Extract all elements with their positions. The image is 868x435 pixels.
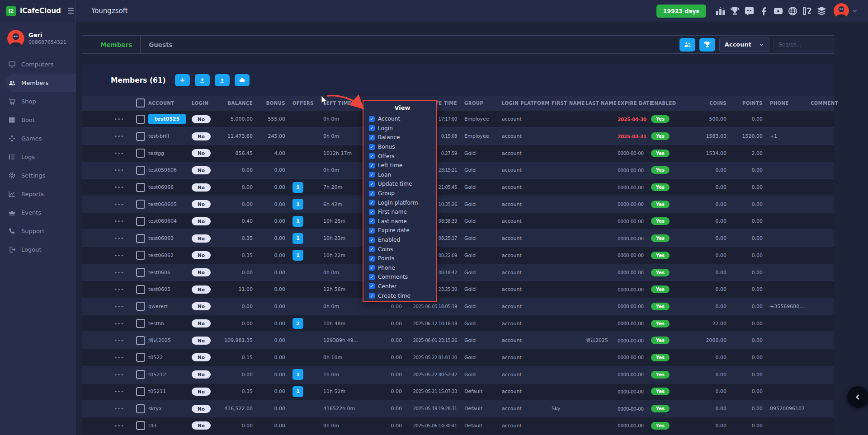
row-checkbox[interactable] [136,132,145,141]
checked-checkbox-icon[interactable]: ✓ [369,163,375,168]
checked-checkbox-icon[interactable]: ✓ [369,283,375,289]
youtube-icon[interactable] [773,6,783,16]
row-checkbox[interactable] [136,404,145,413]
import-button[interactable] [195,74,210,86]
row-actions-button[interactable]: ••• [114,219,124,224]
row-checkbox[interactable] [136,149,145,158]
row-actions-button[interactable]: ••• [114,253,124,258]
row-actions-button[interactable]: ••• [114,355,124,360]
row-checkbox[interactable] [136,302,145,311]
checked-checkbox-icon[interactable]: ✓ [369,116,375,122]
facebook-icon[interactable] [759,6,769,16]
row-checkbox[interactable] [136,285,145,294]
checked-checkbox-icon[interactable]: ✓ [369,144,375,150]
chevron-down-icon[interactable] [852,8,858,14]
row-checkbox[interactable] [136,336,145,345]
row-actions-button[interactable]: ••• [114,389,124,394]
row-checkbox[interactable] [136,387,145,396]
checked-checkbox-icon[interactable]: ✓ [369,181,375,187]
days-remaining-badge[interactable]: 19923 days [656,5,706,18]
checked-checkbox-icon[interactable]: ✓ [369,274,375,280]
row-actions-button[interactable]: ••• [114,117,124,122]
discord-icon[interactable] [744,6,755,16]
view-option-login-platform[interactable]: ✓Login platform [369,198,436,207]
row-actions-button[interactable]: ••• [114,168,124,173]
row-checkbox[interactable] [136,251,145,260]
export-button[interactable] [215,74,230,86]
tab-guests[interactable]: Guests [141,41,180,48]
view-option-last-name[interactable]: ✓Last name [369,217,436,226]
sidebar-item-reports[interactable]: Reports [0,185,76,203]
members-filter-button[interactable] [679,38,695,51]
row-actions-button[interactable]: ••• [114,151,124,156]
checked-checkbox-icon[interactable]: ✓ [369,153,375,159]
view-option-coins[interactable]: ✓Coins [369,244,436,254]
scroll-left-button[interactable] [847,386,868,408]
row-checkbox[interactable] [136,319,145,328]
row-actions-button[interactable]: ••• [114,236,124,241]
row-actions-button[interactable]: ••• [114,202,124,207]
row-checkbox[interactable] [136,183,145,192]
view-option-group[interactable]: ✓Group [369,189,436,198]
ranking-icon[interactable] [715,6,726,16]
checked-checkbox-icon[interactable]: ✓ [369,125,375,131]
view-option-login[interactable]: ✓Login [369,124,436,133]
view-option-update-time[interactable]: ✓Update time [369,179,436,189]
sidebar-item-computers[interactable]: Computers [0,55,76,74]
view-option-offers[interactable]: ✓Offers [369,151,436,161]
checked-checkbox-icon[interactable]: ✓ [369,200,375,206]
trophy-icon[interactable] [730,6,740,16]
layers-icon[interactable] [816,6,827,16]
sidebar-user[interactable]: Geri 008687654321 [0,22,76,53]
row-actions-button[interactable]: ••• [114,271,124,275]
checked-checkbox-icon[interactable]: ✓ [369,246,375,252]
checked-checkbox-icon[interactable]: ✓ [369,172,375,178]
row-actions-button[interactable]: ••• [114,304,124,309]
row-actions-button[interactable]: ••• [114,424,124,428]
row-actions-button[interactable]: ••• [114,373,124,377]
checked-checkbox-icon[interactable]: ✓ [369,191,375,196]
group-filter-button[interactable] [699,38,715,51]
column-header-check[interactable] [132,96,145,111]
row-checkbox[interactable] [136,268,145,277]
view-option-loan[interactable]: ✓Loan [369,170,436,180]
icafecloud-icon[interactable] [802,6,812,16]
row-checkbox[interactable] [136,115,145,124]
row-checkbox[interactable] [136,234,145,243]
row-checkbox[interactable] [136,421,145,430]
view-option-create-time[interactable]: ✓Create time [369,291,436,300]
row-actions-button[interactable]: ••• [114,134,124,139]
checked-checkbox-icon[interactable]: ✓ [369,256,375,262]
row-checkbox[interactable] [136,200,145,209]
view-option-first-name[interactable]: ✓First name [369,207,436,217]
checked-checkbox-icon[interactable]: ✓ [369,237,375,243]
row-checkbox[interactable] [136,217,145,226]
view-option-comments[interactable]: ✓Comments [369,272,436,282]
view-option-phone[interactable]: ✓Phone [369,263,436,273]
row-actions-button[interactable]: ••• [114,185,124,190]
sidebar-item-logs[interactable]: Logs [0,148,76,166]
checked-checkbox-icon[interactable]: ✓ [369,228,375,234]
tab-members[interactable]: Members [92,41,140,48]
hamburger-menu-icon[interactable]: ☰ [67,6,74,15]
sidebar-item-boot[interactable]: Boot [0,111,76,129]
view-option-account[interactable]: ✓Account [369,114,436,124]
globe-icon[interactable] [788,6,798,16]
view-option-enabled[interactable]: ✓Enabled [369,235,436,245]
view-option-bonus[interactable]: ✓Bonus [369,142,436,152]
sidebar-item-games[interactable]: Games [0,129,76,148]
view-option-center[interactable]: ✓Center [369,282,436,291]
cloud-sync-button[interactable] [235,74,250,86]
add-member-button[interactable] [175,74,190,86]
sidebar-item-shop[interactable]: Shop [0,92,76,111]
sidebar-item-members[interactable]: Members [5,74,76,92]
view-option-left-time[interactable]: ✓Left time [369,161,436,170]
row-checkbox[interactable] [136,166,145,175]
search-input[interactable] [774,38,834,51]
sidebar-item-settings[interactable]: Settings [0,166,76,185]
view-option-points[interactable]: ✓Points [369,254,436,263]
sidebar-item-support[interactable]: Support [0,222,76,240]
view-option-balance[interactable]: ✓Balance [369,133,436,142]
row-checkbox[interactable] [136,370,145,379]
checked-checkbox-icon[interactable]: ✓ [369,209,375,215]
